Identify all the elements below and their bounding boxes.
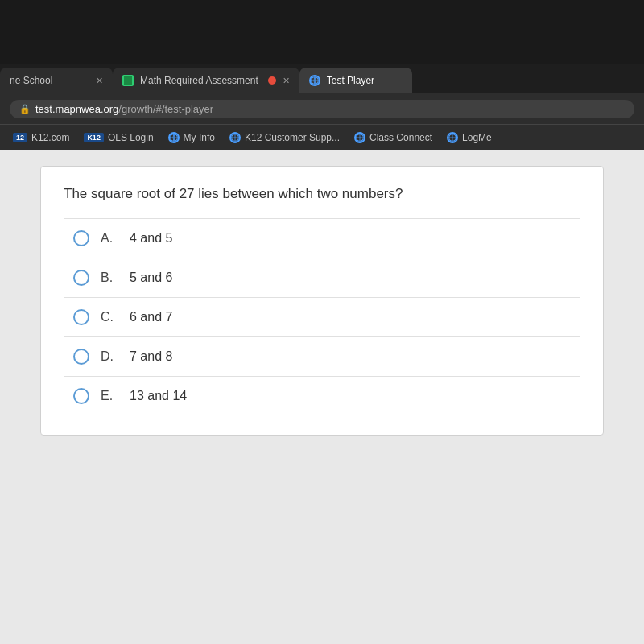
k12com-badge: 12 <box>13 133 27 142</box>
radio-c[interactable] <box>73 309 89 325</box>
letter-a: A. <box>101 231 117 246</box>
tab-school-label: ne School <box>10 75 52 86</box>
bookmark-class-connect[interactable]: Class Connect <box>348 130 439 146</box>
bookmark-ols-login[interactable]: K12 OLS Login <box>77 130 159 146</box>
k12-support-globe-icon <box>229 132 241 143</box>
tab-player[interactable]: Test Player <box>299 68 412 93</box>
tab-player-icon <box>309 75 320 86</box>
radio-b[interactable] <box>73 270 89 286</box>
value-d: 7 and 8 <box>130 349 172 364</box>
url-domain: test.mapnwea.org <box>35 103 118 115</box>
letter-e: E. <box>101 389 117 403</box>
tab-player-label: Test Player <box>327 75 374 86</box>
label-e: E. 13 and 14 <box>101 389 187 403</box>
tab-bar: ne School ✕ Math Required Assessment ✕ T… <box>0 64 644 93</box>
radio-d[interactable] <box>73 349 89 365</box>
bookmark-logme-label: LogMe <box>462 132 492 143</box>
bookmark-my-info[interactable]: My Info <box>162 130 221 146</box>
bookmark-logme[interactable]: LogMe <box>440 130 498 146</box>
ols-badge: K12 <box>84 133 104 142</box>
option-a[interactable]: A. 4 and 5 <box>64 218 580 258</box>
option-e[interactable]: E. 13 and 14 <box>64 376 580 415</box>
url-path: /growth/#/test-player <box>118 103 213 115</box>
label-b: B. 5 and 6 <box>101 270 172 285</box>
option-c[interactable]: C. 6 and 7 <box>64 297 580 336</box>
question-card: The square root of 27 lies between which… <box>40 166 604 436</box>
radio-a[interactable] <box>73 230 89 246</box>
label-d: D. 7 and 8 <box>101 349 172 364</box>
bookmark-k12-support-label: K12 Customer Supp... <box>245 132 340 143</box>
bookmark-class-connect-label: Class Connect <box>369 132 432 143</box>
radio-e[interactable] <box>73 388 89 404</box>
value-e: 13 and 14 <box>130 389 187 403</box>
address-bar: 🔒 test.mapnwea.org/growth/#/test-player <box>0 93 644 124</box>
my-info-globe-icon <box>168 132 180 143</box>
tab-math-label: Math Required Assessment <box>140 75 258 86</box>
bookmark-ols-label: OLS Login <box>108 132 154 143</box>
tab-math[interactable]: Math Required Assessment ✕ <box>113 68 299 93</box>
bookmark-k12-support[interactable]: K12 Customer Supp... <box>223 130 346 146</box>
letter-c: C. <box>101 310 117 324</box>
class-connect-globe-icon <box>354 132 365 143</box>
top-black-area <box>0 0 644 64</box>
label-c: C. 6 and 7 <box>101 310 172 324</box>
lock-icon: 🔒 <box>19 104 31 114</box>
tab-math-icon <box>122 75 134 86</box>
main-content: The square root of 27 lies between which… <box>0 150 644 644</box>
letter-d: D. <box>101 349 117 364</box>
bookmark-k12com[interactable]: 12 K12.com <box>6 130 76 146</box>
bookmarks-bar: 12 K12.com K12 OLS Login My Info K12 Cus… <box>0 124 644 150</box>
tab-school[interactable]: ne School ✕ <box>0 68 113 93</box>
tab-math-close[interactable]: ✕ <box>283 76 290 86</box>
option-d[interactable]: D. 7 and 8 <box>64 336 580 376</box>
logme-globe-icon <box>447 132 458 143</box>
letter-b: B. <box>101 270 117 285</box>
tab-school-close[interactable]: ✕ <box>96 76 103 86</box>
value-a: 4 and 5 <box>130 231 172 246</box>
label-a: A. 4 and 5 <box>101 231 172 246</box>
option-b[interactable]: B. 5 and 6 <box>64 258 580 297</box>
bookmark-k12com-label: K12.com <box>31 132 69 143</box>
value-b: 5 and 6 <box>130 270 172 285</box>
question-text: The square root of 27 lies between which… <box>64 186 580 202</box>
address-input[interactable]: 🔒 test.mapnwea.org/growth/#/test-player <box>10 100 634 118</box>
bookmark-my-info-label: My Info <box>184 132 215 143</box>
url-text: test.mapnwea.org/growth/#/test-player <box>35 103 213 115</box>
tab-math-recording-dot <box>268 76 276 85</box>
answer-options: A. 4 and 5 B. 5 and 6 C. 6 and 7 <box>64 218 580 415</box>
svg-rect-0 <box>124 76 132 85</box>
value-c: 6 and 7 <box>130 310 172 324</box>
